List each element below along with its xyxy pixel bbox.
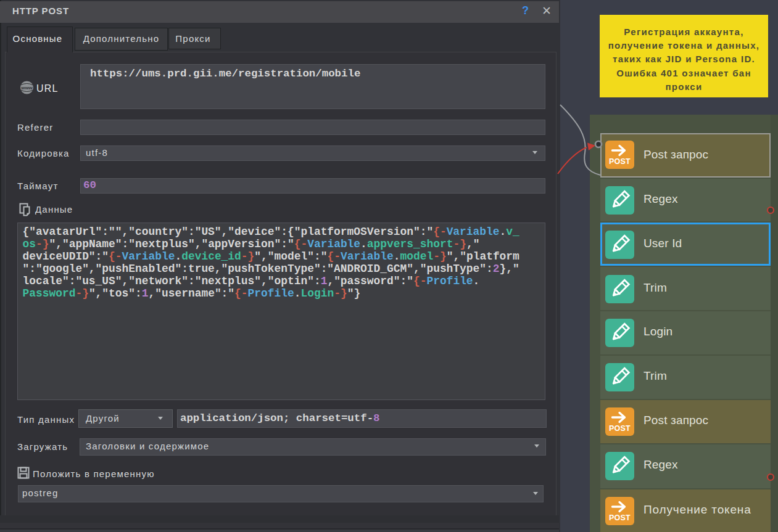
svg-text:www: www <box>20 85 33 91</box>
